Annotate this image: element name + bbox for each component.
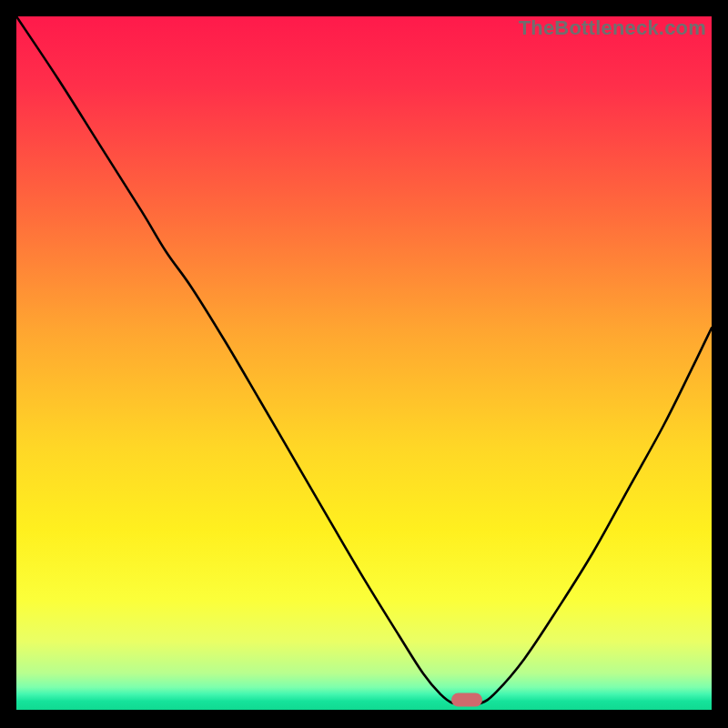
gradient-background [16, 16, 712, 712]
chart-frame: TheBottleneck.com [16, 16, 712, 712]
watermark-label: TheBottleneck.com [519, 16, 706, 40]
optimum-marker [451, 693, 482, 707]
chart-svg [16, 16, 712, 712]
